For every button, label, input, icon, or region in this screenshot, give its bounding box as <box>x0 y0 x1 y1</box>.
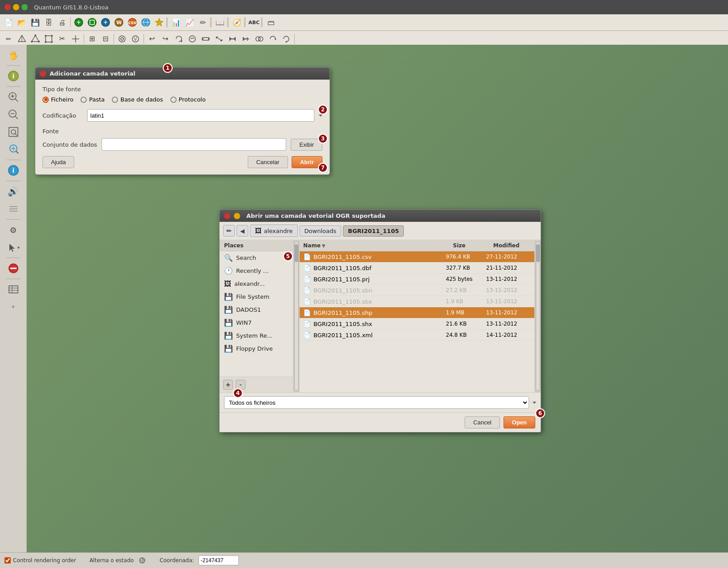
refresh-btn[interactable] <box>280 33 292 45</box>
place-dados1[interactable]: 💾 DADOS1 <box>220 303 293 316</box>
book-btn[interactable]: 📖 <box>214 16 226 29</box>
zoom-out-btn[interactable] <box>5 106 21 123</box>
pencil-nav-btn[interactable]: ✏ <box>223 225 235 237</box>
rotate-point-btn[interactable] <box>267 33 279 45</box>
encoding-select[interactable]: latin1 <box>87 109 314 122</box>
places-scrollbar[interactable] <box>293 240 300 392</box>
add-db-btn[interactable]: + <box>99 16 112 29</box>
place-floppy[interactable]: 💾 Floppy Drive <box>220 342 293 355</box>
file-row-6[interactable]: 📄 BGRI2011_1105.shx 21.6 KB 13-11-2012 <box>300 318 534 330</box>
add-place-btn[interactable]: + <box>223 380 233 390</box>
render-order-item[interactable]: Control rendering order <box>4 557 76 564</box>
zoom-in-btn[interactable] <box>5 89 21 105</box>
crumb-downloads[interactable]: Downloads <box>300 225 341 237</box>
no-entry-btn[interactable] <box>5 260 21 276</box>
zoom-full-btn[interactable] <box>5 124 21 140</box>
db2-btn[interactable]: 🗃 <box>265 16 277 29</box>
offset-btn[interactable] <box>253 33 266 45</box>
copy-features-btn[interactable]: ⊞ <box>86 33 98 45</box>
radio-protocol[interactable]: Protocolo <box>170 96 206 103</box>
cancel-file-btn[interactable]: Cancel <box>465 416 499 428</box>
dataset-input[interactable] <box>102 138 286 151</box>
dialog-add-close[interactable] <box>40 71 46 77</box>
radio-database[interactable]: Base de dados <box>112 96 163 103</box>
bar-chart-btn[interactable]: 📈 <box>183 16 196 29</box>
coordenada-input[interactable] <box>199 555 239 565</box>
maximize-btn[interactable] <box>21 4 28 10</box>
reshape-btn[interactable] <box>186 33 199 45</box>
minimize-btn[interactable] <box>13 4 19 10</box>
file-close-btn[interactable] <box>224 213 230 219</box>
save-as-btn[interactable]: 🗄 <box>42 16 55 29</box>
digitize-btn[interactable] <box>16 33 28 45</box>
place-alexandre[interactable]: 🖼 alexandr... <box>220 277 293 290</box>
add-wms-btn[interactable]: W <box>113 16 125 29</box>
paste-features-btn[interactable]: ⊟ <box>99 33 112 45</box>
node-tool[interactable] <box>42 33 55 45</box>
file-row-4[interactable]: 📄 BGRI2011_1105.sbx 1.9 KB 13-11-2012 <box>300 296 534 307</box>
table-btn[interactable] <box>5 281 21 297</box>
capture-point-btn[interactable] <box>69 33 82 45</box>
file-row-3[interactable]: 📄 BGRI2011_1105.sbn 27.2 KB 13-11-2012 <box>300 285 534 296</box>
file-row-5[interactable]: 📄 BGRI2011_1105.shp 1.9 MB 13-11-2012 <box>300 307 534 318</box>
merge-btn[interactable] <box>226 33 239 45</box>
open-file-btn[interactable]: Open <box>504 416 535 428</box>
print-btn[interactable]: 🖨 <box>56 16 68 29</box>
file-filter-select[interactable]: Todos os ficheiros <box>224 396 529 409</box>
radio-pasta[interactable]: Pasta <box>80 96 105 103</box>
radio-ficheiro[interactable]: Ficheiro <box>42 96 73 103</box>
merge-attr-btn[interactable] <box>240 33 252 45</box>
place-filesystem[interactable]: 💾 File System <box>220 290 293 303</box>
rotate-btn[interactable] <box>173 33 185 45</box>
place-systemre[interactable]: 💾 System Re... <box>220 329 293 342</box>
place-win7[interactable]: 💾 WIN7 <box>220 316 293 329</box>
simplify-btn[interactable] <box>199 33 212 45</box>
file-min-btn[interactable] <box>234 213 240 219</box>
add-raster-btn[interactable] <box>86 16 98 29</box>
file-row-0[interactable]: 📄 BGRI2011_1105.csv 976.4 KB 27-11-2012 <box>300 251 534 263</box>
gear-btn[interactable]: ⚙ <box>5 222 21 238</box>
open-file-btn[interactable]: 📂 <box>16 16 28 29</box>
identify-btn[interactable]: i <box>5 68 21 84</box>
zoom-layer-btn[interactable] <box>5 141 21 157</box>
render-order-checkbox[interactable] <box>4 557 11 564</box>
exibir-btn[interactable]: Exibir <box>291 139 322 151</box>
crumb-alexandre[interactable]: 🖼 alexandre <box>250 225 298 237</box>
nav-btn[interactable]: 🧭 <box>231 16 243 29</box>
new-file-btn[interactable]: 📄 <box>2 16 15 29</box>
file-row-1[interactable]: 📄 BGRI2011_1105.dbf 327.7 KB 21-11-2012 <box>300 263 534 274</box>
files-scrollbar[interactable] <box>534 240 541 392</box>
pan-tool[interactable]: 🖐 <box>5 47 21 63</box>
move-vertex-btn[interactable] <box>29 33 42 45</box>
pencil-tool[interactable]: ✏ <box>2 33 15 45</box>
pointer-btn[interactable]: ▾ <box>5 239 21 255</box>
info-btn[interactable]: i <box>5 162 21 178</box>
place-search[interactable]: 🔍 Search <box>220 251 293 264</box>
expand-btn[interactable]: ▾ <box>5 299 21 315</box>
back-nav-btn[interactable]: ◀ <box>237 225 248 237</box>
file-row-7[interactable]: 📄 BGRI2011_1105.xml 24.8 KB 14-11-2012 <box>300 330 534 341</box>
add-csv-btn[interactable]: csv <box>126 16 139 29</box>
add-vector-btn[interactable]: + <box>72 16 85 29</box>
col-size-header[interactable]: Size <box>449 240 490 251</box>
abc-btn[interactable]: ABC <box>248 16 260 29</box>
file-row-2[interactable]: 📄 BGRI2011_1105.prj 425 bytes 13-11-2012 <box>300 274 534 285</box>
close-btn[interactable] <box>4 4 11 10</box>
star-btn[interactable] <box>153 16 165 29</box>
undo-btn[interactable]: ↩ <box>146 33 158 45</box>
scissors-btn[interactable]: ✂ <box>56 33 68 45</box>
edit-btn[interactable]: ✏️ <box>197 16 209 29</box>
place-recently[interactable]: 🕐 Recently ... <box>220 264 293 277</box>
ajuda-btn[interactable]: Ajuda <box>42 156 74 168</box>
layers-btn[interactable] <box>5 201 21 217</box>
chart-btn[interactable]: 📊 <box>170 16 182 29</box>
split-btn[interactable] <box>213 33 225 45</box>
save-btn[interactable]: 💾 <box>29 16 42 29</box>
crumb-bgri[interactable]: BGRI2011_1105 <box>343 225 404 237</box>
speaker-btn[interactable]: 🔊 <box>5 183 21 199</box>
globe-btn[interactable] <box>140 16 152 29</box>
col-name-header[interactable]: Name ▼ <box>300 240 449 251</box>
col-modified-header[interactable]: Modified <box>490 240 534 251</box>
add-ring-btn[interactable] <box>116 33 128 45</box>
cancelar-btn[interactable]: Cancelar <box>248 156 288 168</box>
